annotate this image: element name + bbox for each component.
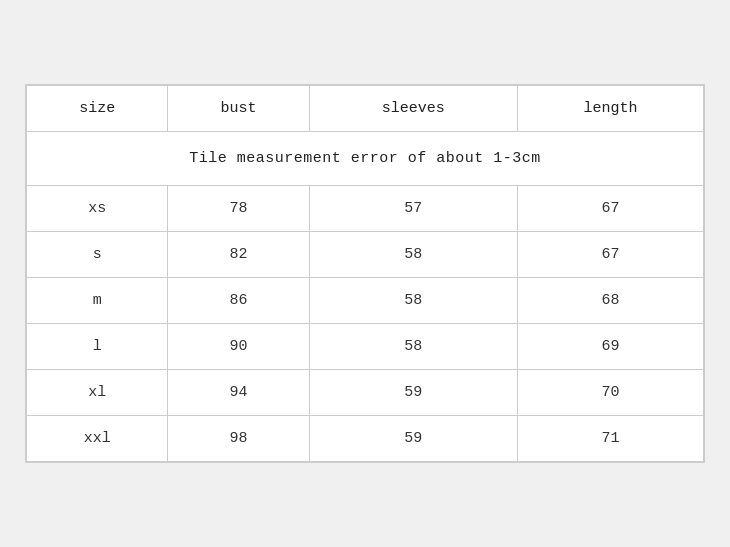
cell-length: 68: [517, 278, 703, 324]
cell-size: xs: [27, 186, 168, 232]
cell-size: l: [27, 324, 168, 370]
table-title: Tile measurement error of about 1-3cm: [27, 132, 704, 186]
cell-bust: 94: [168, 370, 309, 416]
cell-bust: 90: [168, 324, 309, 370]
cell-size: xl: [27, 370, 168, 416]
cell-size: s: [27, 232, 168, 278]
table-row: xs785767: [27, 186, 704, 232]
cell-length: 67: [517, 186, 703, 232]
cell-size: m: [27, 278, 168, 324]
cell-sleeves: 59: [309, 416, 517, 462]
cell-length: 67: [517, 232, 703, 278]
cell-bust: 82: [168, 232, 309, 278]
cell-sleeves: 58: [309, 278, 517, 324]
table-row: xxl985971: [27, 416, 704, 462]
table-row: m865868: [27, 278, 704, 324]
cell-length: 69: [517, 324, 703, 370]
header-row: size bust sleeves length: [27, 86, 704, 132]
cell-length: 71: [517, 416, 703, 462]
header-length: length: [517, 86, 703, 132]
table-header: size bust sleeves length: [27, 86, 704, 132]
header-bust: bust: [168, 86, 309, 132]
cell-size: xxl: [27, 416, 168, 462]
table-row: xl945970: [27, 370, 704, 416]
cell-sleeves: 57: [309, 186, 517, 232]
cell-bust: 98: [168, 416, 309, 462]
table-body: xs785767s825867m865868l905869xl945970xxl…: [27, 186, 704, 462]
size-chart-table: Tile measurement error of about 1-3cm si…: [26, 85, 704, 462]
cell-bust: 86: [168, 278, 309, 324]
size-chart-container: Tile measurement error of about 1-3cm si…: [25, 84, 705, 463]
table-row: l905869: [27, 324, 704, 370]
cell-sleeves: 58: [309, 324, 517, 370]
header-size: size: [27, 86, 168, 132]
cell-sleeves: 58: [309, 232, 517, 278]
table-row: s825867: [27, 232, 704, 278]
header-sleeves: sleeves: [309, 86, 517, 132]
cell-sleeves: 59: [309, 370, 517, 416]
title-row: Tile measurement error of about 1-3cm: [27, 132, 704, 186]
cell-bust: 78: [168, 186, 309, 232]
cell-length: 70: [517, 370, 703, 416]
